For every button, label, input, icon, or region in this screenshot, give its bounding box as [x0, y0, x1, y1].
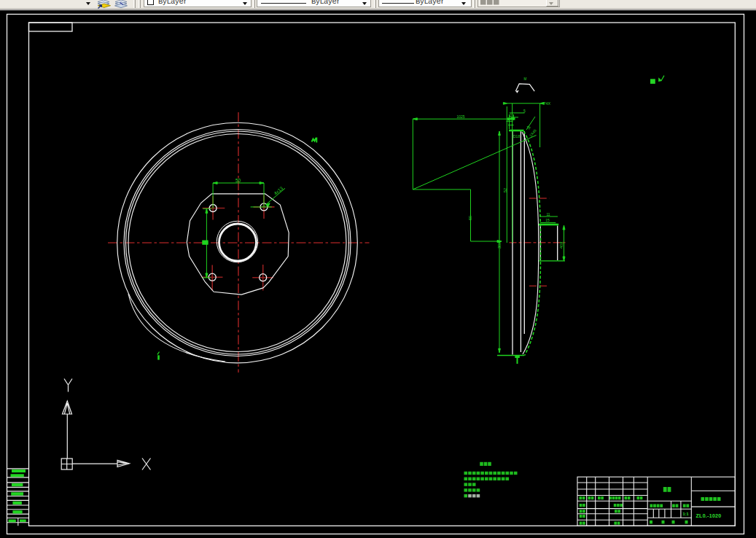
- svg-text:1:1: 1:1: [683, 512, 689, 516]
- svg-text:5: 5: [523, 109, 526, 113]
- svg-text:30X: 30X: [497, 241, 502, 249]
- svg-text:2: 2: [510, 114, 512, 117]
- svg-text:ZL0.-1020: ZL0.-1020: [696, 513, 722, 518]
- svg-text:1025: 1025: [456, 114, 464, 119]
- svg-text:40X: 40X: [559, 241, 564, 249]
- svg-text:60: 60: [468, 216, 472, 220]
- svg-text:M: M: [524, 77, 527, 81]
- svg-text:15: 15: [545, 218, 550, 222]
- svg-text:11: 11: [546, 212, 550, 217]
- svg-text:74X: 74X: [544, 101, 551, 106]
- svg-text:50: 50: [235, 178, 241, 183]
- svg-text:D18: D18: [513, 134, 520, 139]
- svg-text:52: 52: [503, 188, 507, 192]
- svg-text:1X45: 1X45: [529, 128, 537, 138]
